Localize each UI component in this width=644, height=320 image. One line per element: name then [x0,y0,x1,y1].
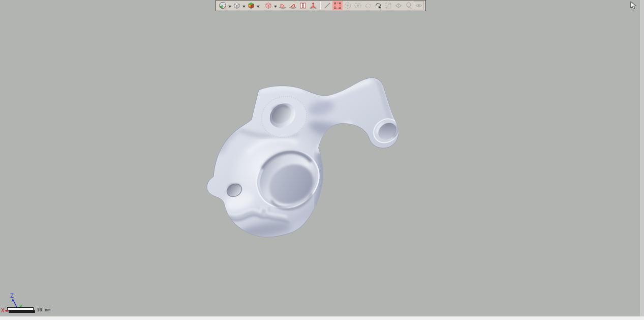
chevron-down-icon [274,6,277,8]
transparent-cube-icon [264,2,272,10]
select-freehand-button[interactable] [363,1,373,10]
x-axis-label: X [1,308,5,313]
shading-mode-button[interactable] [232,1,242,10]
section-slab-button[interactable] [298,1,308,10]
z-axis-label: Z [10,293,14,299]
colormap-cube-icon [247,2,255,10]
scale-indicator: 10 mm [7,307,109,315]
measure-line-button[interactable] [322,1,332,10]
scale-label: 10 mm [37,307,50,312]
section-plane-a-icon [279,2,287,10]
toggle-visibility-button[interactable] [414,1,424,10]
mouse-cursor [630,1,636,10]
select-loop-button[interactable] [404,1,414,10]
color-analysis-button[interactable] [246,1,256,10]
toolbar-separator [320,2,321,10]
section-extract-icon [309,2,317,10]
line-icon [323,2,331,10]
select-circle-button[interactable] [343,1,353,10]
brush-select-icon [384,2,392,10]
chevron-down-icon [257,6,260,8]
freehand-select-icon [364,2,372,10]
section-plane-b-icon [289,2,297,10]
model-bracket[interactable] [0,0,644,320]
viewer-toolbar [216,0,426,11]
chevron-down-icon [228,6,231,8]
select-lasso-button[interactable] [373,1,383,10]
color-analysis-dropdown[interactable] [256,1,260,10]
eye-icon [415,2,423,10]
view-orientation-dropdown[interactable] [228,1,232,10]
shaded-cube-icon [233,2,241,10]
fence-select-icon [394,2,403,10]
shading-mode-dropdown[interactable] [242,1,246,10]
scale-bar-shadow [9,310,35,313]
section-extract-button[interactable] [308,1,318,10]
section-plane-a-button[interactable] [278,1,288,10]
view-orientation-button[interactable] [218,1,228,10]
rectangle-select-icon [333,2,342,10]
window-right-margin [640,0,644,316]
select-polygon-button[interactable] [353,1,363,10]
transparent-mode-button[interactable] [263,1,273,10]
transparent-mode-dropdown[interactable] [273,1,278,10]
select-rectangle-button[interactable] [332,1,343,10]
circle-select-icon [344,2,352,10]
loop-select-icon [405,2,413,10]
select-fence-button[interactable] [393,1,404,10]
viewport-3d[interactable]: Z X Y 10 mm [0,0,640,316]
polygon-select-icon [354,2,362,10]
select-brush-button[interactable] [383,1,393,10]
view-sphere-icon [219,2,227,10]
window-bottom-margin [0,316,644,320]
section-slab-icon [299,2,307,10]
chevron-down-icon [242,6,246,8]
lasso-cursor-icon [374,2,382,10]
section-plane-b-button[interactable] [288,1,298,10]
